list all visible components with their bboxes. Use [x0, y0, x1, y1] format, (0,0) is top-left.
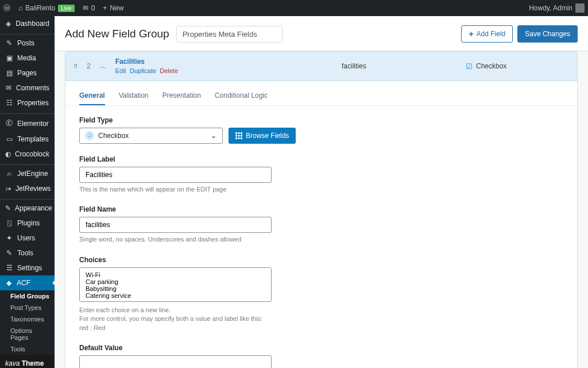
sub-options-pages[interactable]: Options Pages — [0, 325, 55, 343]
plus-icon: + — [103, 4, 107, 12]
choices-hint: Enter each choice on a new line. For mor… — [79, 306, 563, 332]
choices-textarea[interactable] — [79, 267, 272, 302]
pages-icon: ▤ — [5, 69, 13, 77]
new-link[interactable]: + New — [103, 4, 123, 12]
checkbox-type-icon: ☑ — [86, 132, 94, 140]
chevron-up-icon[interactable]: ︿ — [100, 62, 106, 71]
wp-logo[interactable]: ⓦ — [3, 3, 10, 13]
posts-icon: ✎ — [5, 39, 13, 47]
users-icon: ✦ — [5, 234, 13, 242]
sidebar-item-pages[interactable]: ▤Pages — [0, 66, 55, 80]
page-title: Add New Field Group — [65, 28, 169, 40]
tab-general[interactable]: General — [79, 87, 105, 105]
sidebar-item-dashboard[interactable]: ◈Dashboard — [0, 16, 55, 31]
svg-rect-7 — [238, 137, 240, 139]
comments-link[interactable]: ✉ 0 — [83, 4, 95, 12]
site-link[interactable]: ⌂ BaliRento Live — [18, 4, 75, 12]
edit-link[interactable]: Edit — [115, 67, 126, 74]
comments-count: 0 — [91, 4, 95, 12]
howdy[interactable]: Howdy, Admin — [529, 3, 585, 13]
live-badge: Live — [58, 5, 74, 12]
sidebar-item-elementor[interactable]: ⒺElementor — [0, 115, 55, 132]
field-title-link[interactable]: Facilities — [115, 57, 145, 66]
field-label-label: Field Label — [79, 155, 563, 163]
howdy-text: Howdy, Admin — [529, 4, 572, 12]
svg-rect-4 — [238, 135, 240, 137]
sub-taxonomies[interactable]: Taxonomies — [0, 313, 55, 325]
choices-label: Choices — [79, 256, 563, 264]
appearance-icon: ✎ — [5, 204, 11, 212]
svg-rect-2 — [241, 132, 242, 134]
sidebar-item-tools[interactable]: ✎Tools — [0, 246, 55, 260]
admin-sidebar: ◈Dashboard ✎Posts ▣Media ▤Pages ✉Comment… — [0, 16, 55, 368]
field-label-input[interactable] — [79, 167, 272, 183]
sidebar-item-users[interactable]: ✦Users — [0, 231, 55, 246]
save-changes-button[interactable]: Save Changes — [517, 25, 578, 43]
sub-field-groups[interactable]: Field Groups — [0, 290, 55, 302]
media-icon: ▣ — [5, 54, 13, 62]
sidebar-item-media[interactable]: ▣Media — [0, 51, 55, 66]
svg-rect-1 — [238, 132, 240, 134]
sidebar-item-templates[interactable]: ▭Templates — [0, 132, 55, 147]
comments-icon: ✉ — [5, 84, 12, 92]
field-order: 2 — [87, 62, 91, 70]
field-name-col: facilities — [342, 62, 457, 70]
tools-icon: ✎ — [5, 249, 13, 257]
field-type-col: ☑ Checkbox — [466, 62, 569, 71]
add-field-button[interactable]: +Add Field — [461, 25, 513, 43]
chevron-down-icon: ⌄ — [211, 132, 216, 140]
field-tabs: General Validation Presentation Conditio… — [65, 81, 577, 106]
acf-icon: ◆ — [5, 279, 13, 287]
sidebar-item-plugins[interactable]: ⍂Plugins — [0, 216, 55, 231]
promo-theme[interactable]: kava Theme — [0, 355, 55, 368]
group-title-input[interactable] — [176, 26, 283, 43]
page-header: Add New Field Group +Add Field Save Chan… — [55, 16, 588, 51]
field-name-hint: Single word, no spaces. Underscores and … — [79, 235, 563, 244]
tab-presentation[interactable]: Presentation — [163, 87, 201, 105]
field-type-select[interactable]: ☑Checkbox ⌄ — [79, 128, 223, 144]
field-name-label: Field Name — [79, 205, 563, 213]
sub-post-types[interactable]: Post Types — [0, 302, 55, 313]
plus-icon: + — [469, 29, 473, 39]
field-row-header: ⠿ 2 ︿ Facilities Edit Duplicate Delete f… — [65, 51, 578, 81]
new-label: New — [110, 4, 123, 12]
duplicate-link[interactable]: Duplicate — [130, 67, 156, 74]
field-name-input[interactable] — [79, 217, 272, 233]
delete-link[interactable]: Delete — [160, 67, 178, 74]
dashboard-icon: ◈ — [5, 20, 11, 28]
sidebar-item-properties[interactable]: ☷Properties — [0, 95, 55, 110]
tab-conditional[interactable]: Conditional Logic — [215, 87, 268, 105]
sub-tools[interactable]: Tools — [0, 343, 55, 355]
avatar — [575, 3, 585, 13]
home-icon: ⌂ — [18, 4, 22, 12]
templates-icon: ▭ — [5, 135, 13, 143]
field-label-hint: This is the name which will appear on th… — [79, 185, 563, 194]
properties-icon: ☷ — [5, 99, 13, 107]
svg-rect-8 — [241, 137, 242, 139]
settings-icon: ☰ — [5, 264, 13, 272]
jetreviews-icon: J★ — [5, 186, 11, 191]
sidebar-item-settings[interactable]: ☰Settings — [0, 260, 55, 275]
svg-rect-5 — [241, 135, 242, 137]
sidebar-item-jetengine[interactable]: J⌂JetEngine — [0, 166, 55, 181]
checkbox-icon: ☑ — [466, 62, 473, 71]
svg-rect-6 — [235, 137, 237, 139]
sidebar-item-acf[interactable]: ◆ACF — [0, 275, 55, 290]
drag-handle-icon[interactable]: ⠿ — [74, 63, 78, 70]
sidebar-item-appearance[interactable]: ✎Appearance — [0, 201, 55, 216]
sidebar-item-crocoblock[interactable]: ◐Crocoblock — [0, 147, 55, 162]
sidebar-item-comments[interactable]: ✉Comments — [0, 80, 55, 95]
site-name: BaliRento — [25, 4, 55, 12]
svg-rect-0 — [235, 132, 237, 134]
crocoblock-icon: ◐ — [5, 150, 11, 158]
plugins-icon: ⍂ — [5, 219, 13, 227]
grid-icon — [235, 132, 242, 139]
default-value-textarea[interactable] — [79, 355, 272, 368]
elementor-icon: Ⓔ — [5, 118, 13, 128]
sidebar-item-jetreviews[interactable]: J★JetReviews — [0, 181, 55, 196]
tab-validation[interactable]: Validation — [119, 87, 149, 105]
main-content: Add New Field Group +Add Field Save Chan… — [55, 16, 588, 368]
sidebar-item-posts[interactable]: ✎Posts — [0, 36, 55, 51]
browse-fields-button[interactable]: Browse Fields — [229, 128, 296, 144]
jetengine-icon: J⌂ — [5, 171, 13, 177]
